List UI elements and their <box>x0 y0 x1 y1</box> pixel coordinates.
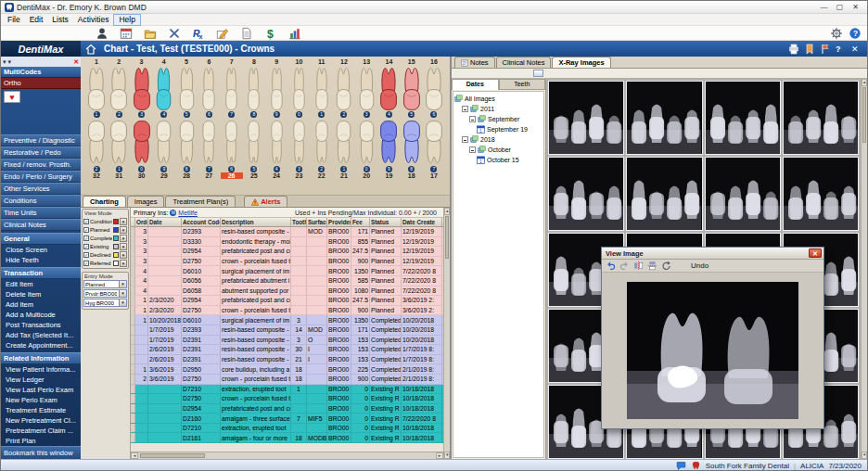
table-row[interactable]: 1/7/2019 D2391 resin-based composite - 3… <box>131 336 443 346</box>
tooth-31[interactable] <box>108 120 130 166</box>
chevron-down-icon[interactable]: ▾ <box>3 57 6 66</box>
column-header-date[interactable]: Date <box>148 218 182 226</box>
category-conditions[interactable]: Conditions <box>1 195 81 207</box>
tooth-1[interactable] <box>85 65 108 111</box>
menu-file[interactable]: File <box>3 15 25 25</box>
tooth-23[interactable] <box>287 120 310 166</box>
sidebar-item-pretreatment-claim-[interactable]: Pretreatment Claim ... <box>1 426 81 436</box>
minimize-button[interactable]: — <box>816 3 832 11</box>
xray-vertical-scrollbar[interactable]: ▲▼ <box>861 79 867 459</box>
checkbox[interactable]: ✓ <box>83 219 89 224</box>
tree-node-october-15[interactable]: 1 October 15 <box>454 155 542 165</box>
table-row[interactable]: 4 D6056 prefabricated abutment i BRO00 5… <box>131 276 443 286</box>
table-row[interactable]: 3 D2954 prefabricated post and co BRO00 … <box>131 247 443 257</box>
column-header-desc[interactable]: Description <box>221 218 291 226</box>
hygienist-select[interactable]: Hyg:BRO00▼ <box>83 299 127 307</box>
color-swatch[interactable] <box>113 244 119 249</box>
table-row[interactable]: 1 3/6/2019 D2950 core buildup, including… <box>131 364 443 375</box>
column-header-provider[interactable]: Provider <box>327 218 351 226</box>
tooth-4[interactable] <box>153 65 175 111</box>
dropdown-arrow-icon[interactable]: ▼ <box>120 260 127 267</box>
tooth-2[interactable] <box>108 65 130 111</box>
dropdown-arrow-icon[interactable]: ▼ <box>120 243 127 250</box>
prescription-icon[interactable]: Rx <box>192 27 205 40</box>
sidebar-item-close-screen[interactable]: Close Screen <box>1 245 81 255</box>
column-header-tooth[interactable]: Tooth <box>291 218 307 226</box>
tab-alerts[interactable]: Alerts <box>244 196 287 207</box>
rotate-icon[interactable] <box>661 261 671 271</box>
close-icon[interactable]: ✕ <box>851 44 862 55</box>
color-swatch[interactable] <box>113 227 119 233</box>
table-row[interactable]: D2954 prefabricated post and co BRO00 0 … <box>131 404 443 414</box>
table-row[interactable]: D7210 extraction, erupted toot 1 BRO00 0… <box>131 385 443 395</box>
tooth-8[interactable] <box>243 65 265 111</box>
xray-thumbnail[interactable] <box>548 157 624 231</box>
reports-icon[interactable] <box>288 27 301 40</box>
column-header-created[interactable]: Date Create <box>402 218 442 226</box>
collapse-icon[interactable] <box>469 116 476 122</box>
undo-icon[interactable] <box>606 261 616 271</box>
dropdown-arrow-icon[interactable]: ▼ <box>120 226 127 234</box>
tooth-29[interactable] <box>153 120 175 166</box>
tooth-26[interactable] <box>221 120 243 166</box>
dropdown-arrow-icon[interactable]: ▼ <box>120 251 127 259</box>
table-row[interactable]: 1/7/2019 D2393 resin-based composite - 1… <box>131 325 443 336</box>
table-row[interactable]: 3 D2393 resin-based composite - 2 MOD BR… <box>131 227 443 237</box>
printer-icon[interactable] <box>788 44 799 55</box>
table-row[interactable]: D2750 crown - porcelain fused t BRO00 0 … <box>131 394 443 404</box>
sidebar-item-add-tax-selected-it-[interactable]: Add Tax (Selected It... <box>1 330 81 340</box>
grid-vertical-scrollbar[interactable]: ▲▼ <box>443 208 450 459</box>
open-folder-icon[interactable] <box>144 27 157 40</box>
tree-node-october[interactable]: October <box>454 145 542 155</box>
tooth-17[interactable] <box>423 120 445 166</box>
color-swatch[interactable] <box>113 236 119 241</box>
table-row[interactable]: 1 2/3/2020 D2954 prefabricated post and … <box>131 296 443 306</box>
provider-select[interactable]: Prvdr:BRO00▼ <box>83 289 127 298</box>
table-row[interactable]: 2/6/2019 D2391 resin-based composite - 3… <box>131 345 443 355</box>
tree-node-2011[interactable]: 2011 <box>454 104 542 114</box>
horizontal-scrollbar[interactable]: ◄► <box>131 452 443 459</box>
xray-thumbnail[interactable] <box>705 81 781 155</box>
redo-icon[interactable] <box>619 261 630 271</box>
flag-icon[interactable] <box>820 44 831 55</box>
tooth-19[interactable] <box>377 120 400 166</box>
tooth-27[interactable] <box>198 120 220 166</box>
tooth-21[interactable] <box>333 120 355 166</box>
category-clinical-notes[interactable]: Clinical Notes <box>1 219 81 231</box>
menu-help[interactable]: Help <box>113 14 140 26</box>
collapse-icon[interactable] <box>462 136 468 143</box>
sidebar-item-edit-item[interactable]: Edit Item <box>1 279 81 289</box>
tree-node-2018[interactable]: 2018 <box>454 134 542 145</box>
menu-edit[interactable]: Edit <box>25 15 48 25</box>
tooth-16[interactable] <box>423 65 445 111</box>
settings-gear-icon[interactable] <box>830 27 843 40</box>
sidebar-item-add-a-multicode[interactable]: Add a Multicode <box>1 310 81 320</box>
column-header-code[interactable]: Account Code <box>182 218 221 226</box>
tree-node-all-images[interactable]: All Images <box>454 94 542 104</box>
table-row[interactable]: 2/6/2019 D2391 resin-based composite - 2… <box>131 355 443 365</box>
checkbox[interactable]: ✓ <box>83 244 89 249</box>
chevron-down-icon[interactable]: ▾ <box>8 57 12 66</box>
heart-icon[interactable]: ♥ <box>4 91 20 103</box>
column-header-surface[interactable]: Surface <box>307 218 327 226</box>
multicodes-header[interactable]: MultiCodes <box>1 67 81 78</box>
sidebar-item-new-perio-exam[interactable]: New Perio Exam <box>1 395 81 405</box>
checkbox[interactable]: ✓ <box>83 252 89 258</box>
tree-tab-teeth[interactable]: Teeth <box>499 79 546 90</box>
document-icon[interactable] <box>240 27 253 40</box>
tooth-7[interactable] <box>221 65 243 111</box>
xray-thumbnail[interactable] <box>626 81 702 155</box>
dropdown-arrow-icon[interactable]: ▼ <box>120 218 127 225</box>
tab-x-ray-images[interactable]: X-Ray Images <box>552 57 610 68</box>
tooth-14[interactable] <box>377 65 400 111</box>
tooth-32[interactable] <box>85 120 108 166</box>
table-row[interactable]: 3 D2750 crown - porcelain fused t BRO00 … <box>131 257 443 267</box>
table-row[interactable]: 1 2/3/2020 D2750 crown - porcelain fused… <box>131 306 443 316</box>
color-swatch[interactable] <box>113 261 119 266</box>
patient-icon[interactable] <box>96 27 108 40</box>
tooth-18[interactable] <box>401 120 423 166</box>
tab-images[interactable]: Images <box>127 196 165 207</box>
category-preventive-diagnostic[interactable]: Preventive / Diagnostic <box>1 134 81 146</box>
close-icon[interactable]: ✕ <box>809 248 822 258</box>
schedule-icon[interactable] <box>120 27 133 40</box>
